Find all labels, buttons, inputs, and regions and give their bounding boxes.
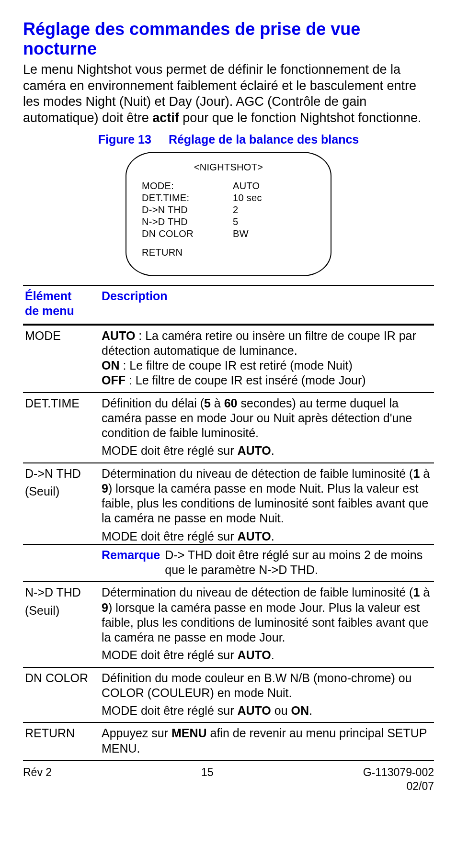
cell-description: Définition du délai (5 à 60 secondes) au… xyxy=(100,393,434,463)
table-row: RETURN Appuyez sur MENU afin de revenir … xyxy=(23,722,434,760)
page-footer: Rév 2 15 G-113079-00202/07 xyxy=(23,766,434,793)
footer-center: 15 xyxy=(201,766,214,793)
footer-right: G-113079-00202/07 xyxy=(363,766,434,793)
crt-screen: <NIGHTSHOT> MODE:AUTO DET.TIME:10 sec D-… xyxy=(126,152,331,276)
footer-left: Rév 2 xyxy=(23,766,52,793)
crt-return: RETURN xyxy=(142,247,315,259)
crt-row: N->D THD5 xyxy=(142,216,315,228)
cell-description: Définition du mode couleur en B.W N/B (m… xyxy=(100,667,434,723)
crt-row: DET.TIME:10 sec xyxy=(142,192,315,204)
cell-remarque: Remarque D-> THD doit être réglé sur au … xyxy=(100,544,434,582)
table-row: DN COLOR Définition du mode couleur en B… xyxy=(23,667,434,723)
cell-element: MODE xyxy=(23,325,100,393)
cell-element: DET.TIME xyxy=(23,393,100,463)
cell-description: Appuyez sur MENU afin de revenir au menu… xyxy=(100,722,434,760)
intro-paragraph: Le menu Nightshot vous permet de définir… xyxy=(23,62,434,126)
crt-row: DN COLORBW xyxy=(142,228,315,240)
table-row: Remarque D-> THD doit être réglé sur au … xyxy=(23,544,434,582)
cell-description: Détermination du niveau de détection de … xyxy=(100,463,434,544)
cell-element: RETURN xyxy=(23,722,100,760)
cell-element: DN COLOR xyxy=(23,667,100,723)
remarque-text: D-> THD doit être réglé sur au moins 2 d… xyxy=(165,548,432,578)
crt-row: MODE:AUTO xyxy=(142,180,315,192)
cell-element: N->D THD(Seuil) xyxy=(23,582,100,667)
intro-text-post: pour que le fonction Nightshot fonctionn… xyxy=(179,111,422,125)
intro-text-bold: actif xyxy=(152,111,179,125)
cell-element: D->N THD(Seuil) xyxy=(23,463,100,544)
description-table: Élémentde menu Description MODE AUTO : L… xyxy=(23,285,434,761)
crt-title: <NIGHTSHOT> xyxy=(142,161,315,173)
table-row: MODE AUTO : La caméra retire ou insère u… xyxy=(23,325,434,393)
table-row: N->D THD(Seuil) Détermination du niveau … xyxy=(23,582,434,667)
table-header-element: Élémentde menu xyxy=(23,285,100,325)
figure-caption: Figure 13Réglage de la balance des blanc… xyxy=(23,132,434,147)
figure-label: Figure 13 xyxy=(98,133,151,146)
table-header-description: Description xyxy=(100,285,434,325)
remarque-label: Remarque xyxy=(102,548,160,578)
cell-description: AUTO : La caméra retire ou insère un fil… xyxy=(100,325,434,393)
table-row: D->N THD(Seuil) Détermination du niveau … xyxy=(23,463,434,544)
figure-caption-text: Réglage de la balance des blancs xyxy=(169,133,359,146)
crt-row: D->N THD2 xyxy=(142,204,315,216)
table-row: DET.TIME Définition du délai (5 à 60 sec… xyxy=(23,393,434,463)
page-title: Réglage des commandes de prise de vue no… xyxy=(23,19,434,59)
cell-description: Détermination du niveau de détection de … xyxy=(100,582,434,667)
